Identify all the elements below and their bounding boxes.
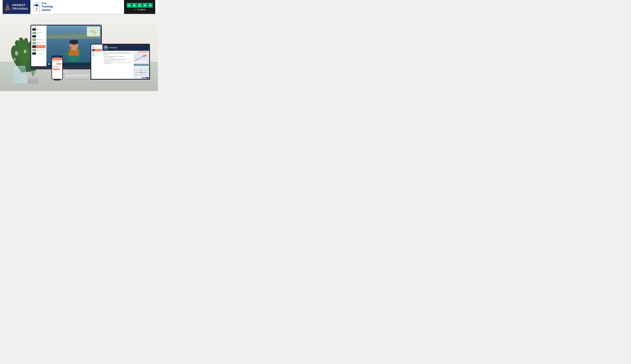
phone-dock xyxy=(54,80,61,80)
star-1: ★ xyxy=(127,3,131,8)
trustpilot-label: Trustpilot xyxy=(137,8,145,11)
laptop-thumb-4 xyxy=(92,54,95,56)
svg-point-6 xyxy=(15,51,18,56)
laptop-sidebar-label-4: Running Fix xyxy=(95,55,98,56)
rya-sub-line2: Centre xyxy=(41,8,53,12)
key xyxy=(89,75,90,76)
laptop-instructor-thumbnail xyxy=(104,45,108,50)
svg-point-36 xyxy=(141,72,142,73)
laptop-bullet-2: Accuracy of the course steered (our cour… xyxy=(103,59,133,60)
map-card-label-1: Shallow angles make less accurate fixes xyxy=(138,52,148,52)
sidebar-item-clearing-bearings[interactable]: Clearing Bearings xyxy=(32,31,46,34)
svg-text:shallow: shallow xyxy=(134,60,137,61)
sidebar-thumb-6 xyxy=(32,46,36,48)
sidebar-item-wheelover[interactable]: Wheel-Over Bearings xyxy=(32,38,46,41)
key xyxy=(73,75,74,76)
map-overlay-content xyxy=(87,27,100,36)
phone-app-title: Ardent Training xyxy=(55,59,59,59)
key xyxy=(86,75,87,76)
sidebar-label-5: Waypoints vs. Wheel-Over Points xyxy=(37,42,45,44)
phone-messages: Thanks for your question! Great, thank y… xyxy=(52,60,62,70)
laptop-thumb-2 xyxy=(92,49,95,51)
laptop-bullet-3: Accuracy of our distance travelled (when… xyxy=(103,60,133,61)
laptop-content: OUTLINE 🔍 Running Fix Accuracy xyxy=(91,44,149,79)
phone-body: a.ardent-training.com Ardent Training Th… xyxy=(52,56,63,80)
sidebar-thumb-2 xyxy=(32,32,36,34)
sidebar-item-pilotage-tech[interactable]: Pilotage Techniques xyxy=(32,52,46,55)
sidebar-item-transit[interactable]: Transit xyxy=(32,35,46,38)
laptop-bullet-5: Also, it takes a while to get a running … xyxy=(103,62,133,64)
prev-button[interactable]: PREV xyxy=(142,77,145,78)
laptop-body-content: Whilst it is incredibly useful to be abl… xyxy=(103,51,149,79)
sidebar-thumb-8 xyxy=(32,52,36,55)
key xyxy=(76,75,77,76)
laptop-main-title: Accuracy xyxy=(109,47,117,48)
star-4: ★ xyxy=(143,3,147,8)
sidebar-item-exercise3[interactable]: Exercise 3 xyxy=(32,45,46,48)
angle-label-shallow: Angles nearer 90° make more accurate fix… xyxy=(134,64,149,66)
next-button[interactable]: NEXT xyxy=(145,77,149,78)
laptop-sidebar-label-1: Running Fix xyxy=(95,47,98,48)
ardent-logo: ARDENT TRAINING xyxy=(3,0,31,14)
phone-app-header: Ardent Training xyxy=(52,58,62,60)
laptop-sidebar-label-3: Running Fix xyxy=(95,52,98,53)
ardent-text: ARDENT TRAINING xyxy=(12,4,28,10)
svg-rect-15 xyxy=(87,27,100,36)
laptop-bullet-4: The effects of wind and tide xyxy=(103,61,133,62)
rya-name: RYA xyxy=(41,2,53,5)
laptop-search-icon[interactable]: 🔍 xyxy=(101,45,102,46)
map-overlay xyxy=(87,26,100,36)
laptop-sidebar-item-1[interactable]: Running Fix xyxy=(92,46,102,48)
laptop-keyboard xyxy=(93,82,147,83)
svg-point-8 xyxy=(14,58,16,61)
monitor-stand-neck xyxy=(64,69,69,73)
mobile-phone: a.ardent-training.com Ardent Training Th… xyxy=(52,56,63,80)
key xyxy=(82,75,83,76)
laptop-map-card-1: Shallow angles make less accurate fixes xyxy=(134,51,149,63)
outline-label: OUTLINE xyxy=(32,26,37,27)
sidebar-thumb-1 xyxy=(32,28,36,31)
laptop-main: Accuracy Whilst it is incredibly useful … xyxy=(103,44,149,79)
ardent-name-line1: ARDENT xyxy=(12,4,28,7)
sidebar-thumb-3 xyxy=(32,35,36,38)
key xyxy=(79,75,81,76)
phone-content: a.ardent-training.com Ardent Training Th… xyxy=(52,56,62,79)
laptop-map-card-2: 90° angle xyxy=(134,66,149,78)
sidebar-thumb-4 xyxy=(32,38,36,41)
star-5: ★ xyxy=(148,3,153,8)
sidebar-item-laying-bearings[interactable]: Laying Bearings xyxy=(32,28,46,31)
laptop-maps-area: Shallow angles make less accurate fixes xyxy=(133,51,149,79)
svg-point-28 xyxy=(143,55,147,57)
play-button[interactable]: ▶ xyxy=(48,63,50,65)
chat-message-1: Thanks for your question! xyxy=(53,61,60,62)
laptop-body-sub: There are several opportunities for erro… xyxy=(103,56,133,57)
laptop-sidebar-item-4[interactable]: Running Fix xyxy=(92,54,102,56)
key xyxy=(74,75,75,76)
laptop-sidebar-item-3[interactable]: Running Fix xyxy=(92,52,102,54)
laptop-base xyxy=(90,80,150,82)
sidebar-thumb-7 xyxy=(32,49,36,51)
key xyxy=(68,75,69,76)
monitor-sidebar: OUTLINE 🔍 Laying Bearings Clearing Beari… xyxy=(31,26,47,66)
keyboard xyxy=(65,74,91,80)
svg-rect-14 xyxy=(69,40,78,43)
ardent-icon xyxy=(5,4,10,10)
accuracy-diagram-1-icon: shallow xyxy=(134,51,149,63)
key xyxy=(85,75,86,76)
sidebar-item-waypoints[interactable]: Waypoints vs. Wheel-Over Points xyxy=(32,42,46,45)
nautical-chart-icon xyxy=(87,27,100,36)
key xyxy=(87,75,88,76)
laptop: OUTLINE 🔍 Running Fix Accuracy xyxy=(90,44,150,83)
laptop-sidebar-item-2[interactable]: Accuracy xyxy=(92,49,102,51)
sidebar-item-pilotage-yacht[interactable]: Pilotage for Yachtsmasters xyxy=(32,48,46,52)
star-2: ★ xyxy=(132,3,137,8)
laptop-thumb-1 xyxy=(92,46,95,48)
chat-message-2: Great, thank you! xyxy=(56,63,62,65)
phone-screen: a.ardent-training.com Ardent Training Th… xyxy=(52,56,62,79)
star-3: ★ xyxy=(137,3,142,8)
search-icon[interactable]: 🔍 xyxy=(44,26,46,27)
trustpilot-logo: ★ Trustpilot xyxy=(134,8,145,11)
sidebar-label-2: Clearing Bearings xyxy=(37,32,42,33)
laptop-header-bar: Accuracy xyxy=(103,44,149,51)
sidebar-label-6: Exercise 3 xyxy=(37,46,40,47)
